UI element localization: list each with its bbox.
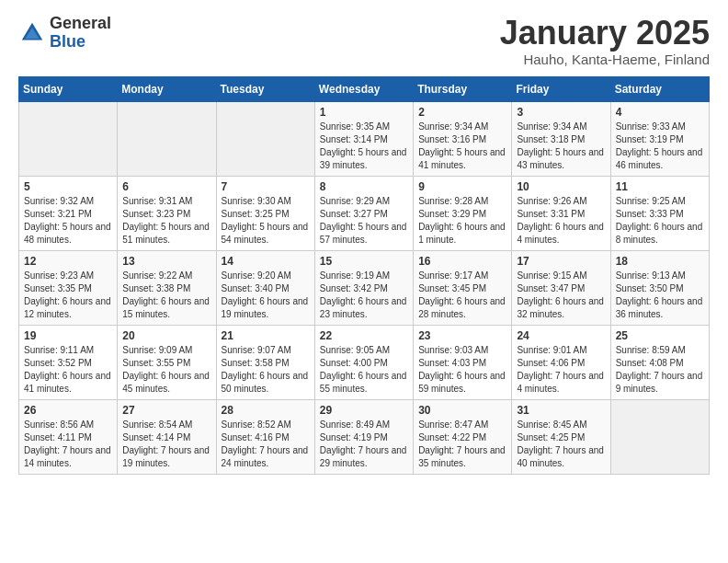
- day-number: 25: [616, 329, 704, 342]
- logo-icon: [18, 19, 46, 47]
- day-cell: 4Sunrise: 9:33 AM Sunset: 3:19 PM Daylig…: [610, 101, 709, 176]
- day-cell: 13Sunrise: 9:22 AM Sunset: 3:38 PM Dayli…: [118, 250, 216, 325]
- week-row-5: 26Sunrise: 8:56 AM Sunset: 4:11 PM Dayli…: [19, 399, 710, 474]
- day-cell: [216, 101, 314, 176]
- day-info: Sunrise: 9:09 AM Sunset: 3:55 PM Dayligh…: [122, 344, 210, 396]
- calendar-table: SundayMondayTuesdayWednesdayThursdayFrid…: [18, 76, 710, 475]
- day-info: Sunrise: 9:17 AM Sunset: 3:45 PM Dayligh…: [418, 270, 506, 321]
- day-info: Sunrise: 9:22 AM Sunset: 3:38 PM Dayligh…: [122, 270, 210, 321]
- weekday-header-monday: Monday: [118, 76, 216, 101]
- day-cell: 19Sunrise: 9:11 AM Sunset: 3:52 PM Dayli…: [19, 325, 118, 399]
- day-number: 28: [222, 404, 310, 417]
- month-title: January 2025: [500, 15, 710, 52]
- weekday-header-saturday: Saturday: [610, 76, 709, 101]
- day-info: Sunrise: 9:33 AM Sunset: 3:19 PM Dayligh…: [616, 121, 704, 172]
- day-info: Sunrise: 9:19 AM Sunset: 3:42 PM Dayligh…: [320, 270, 408, 321]
- day-info: Sunrise: 8:49 AM Sunset: 4:19 PM Dayligh…: [320, 419, 408, 470]
- day-cell: 24Sunrise: 9:01 AM Sunset: 4:06 PM Dayli…: [512, 325, 610, 399]
- day-info: Sunrise: 9:29 AM Sunset: 3:27 PM Dayligh…: [320, 195, 408, 247]
- day-number: 20: [122, 329, 210, 342]
- logo-blue-text: Blue: [50, 32, 85, 51]
- week-row-3: 12Sunrise: 9:23 AM Sunset: 3:35 PM Dayli…: [19, 250, 710, 325]
- day-cell: 22Sunrise: 9:05 AM Sunset: 4:00 PM Dayli…: [314, 325, 413, 399]
- day-info: Sunrise: 8:54 AM Sunset: 4:14 PM Dayligh…: [122, 419, 210, 470]
- day-info: Sunrise: 8:56 AM Sunset: 4:11 PM Dayligh…: [24, 419, 112, 470]
- day-cell: 21Sunrise: 9:07 AM Sunset: 3:58 PM Dayli…: [216, 325, 314, 399]
- day-info: Sunrise: 9:03 AM Sunset: 4:03 PM Dayligh…: [418, 344, 506, 396]
- day-cell: [610, 399, 709, 474]
- day-number: 11: [616, 180, 704, 193]
- day-cell: 9Sunrise: 9:28 AM Sunset: 3:29 PM Daylig…: [414, 176, 512, 250]
- day-info: Sunrise: 9:28 AM Sunset: 3:29 PM Dayligh…: [418, 195, 506, 247]
- day-cell: 10Sunrise: 9:26 AM Sunset: 3:31 PM Dayli…: [512, 176, 610, 250]
- day-cell: 16Sunrise: 9:17 AM Sunset: 3:45 PM Dayli…: [414, 250, 512, 325]
- day-number: 29: [320, 404, 408, 417]
- day-cell: 28Sunrise: 8:52 AM Sunset: 4:16 PM Dayli…: [216, 399, 314, 474]
- day-cell: 27Sunrise: 8:54 AM Sunset: 4:14 PM Dayli…: [118, 399, 216, 474]
- day-info: Sunrise: 8:59 AM Sunset: 4:08 PM Dayligh…: [616, 344, 704, 396]
- day-cell: 11Sunrise: 9:25 AM Sunset: 3:33 PM Dayli…: [610, 176, 709, 250]
- day-number: 16: [418, 255, 506, 268]
- day-info: Sunrise: 9:13 AM Sunset: 3:50 PM Dayligh…: [616, 270, 704, 321]
- week-row-2: 5Sunrise: 9:32 AM Sunset: 3:21 PM Daylig…: [19, 176, 710, 250]
- weekday-header-friday: Friday: [512, 76, 610, 101]
- day-cell: 12Sunrise: 9:23 AM Sunset: 3:35 PM Dayli…: [19, 250, 118, 325]
- day-cell: 5Sunrise: 9:32 AM Sunset: 3:21 PM Daylig…: [19, 176, 118, 250]
- day-number: 22: [320, 329, 408, 342]
- day-number: 8: [320, 180, 408, 193]
- title-block: January 2025 Hauho, Kanta-Haeme, Finland: [500, 15, 710, 67]
- day-info: Sunrise: 9:34 AM Sunset: 3:16 PM Dayligh…: [418, 121, 506, 172]
- day-number: 7: [222, 180, 310, 193]
- day-cell: [118, 101, 216, 176]
- day-number: 2: [418, 106, 506, 119]
- day-info: Sunrise: 9:11 AM Sunset: 3:52 PM Dayligh…: [24, 344, 112, 396]
- day-cell: 7Sunrise: 9:30 AM Sunset: 3:25 PM Daylig…: [216, 176, 314, 250]
- day-cell: 15Sunrise: 9:19 AM Sunset: 3:42 PM Dayli…: [314, 250, 413, 325]
- day-info: Sunrise: 9:32 AM Sunset: 3:21 PM Dayligh…: [24, 195, 112, 247]
- day-info: Sunrise: 9:25 AM Sunset: 3:33 PM Dayligh…: [616, 195, 704, 247]
- day-info: Sunrise: 9:30 AM Sunset: 3:25 PM Dayligh…: [222, 195, 310, 247]
- weekday-header-sunday: Sunday: [19, 76, 118, 101]
- day-number: 26: [24, 404, 112, 417]
- day-number: 1: [320, 106, 408, 119]
- weekday-header-thursday: Thursday: [414, 76, 512, 101]
- day-info: Sunrise: 9:01 AM Sunset: 4:06 PM Dayligh…: [517, 344, 605, 396]
- day-number: 3: [517, 106, 605, 119]
- day-cell: 29Sunrise: 8:49 AM Sunset: 4:19 PM Dayli…: [314, 399, 413, 474]
- day-cell: 18Sunrise: 9:13 AM Sunset: 3:50 PM Dayli…: [610, 250, 709, 325]
- day-number: 10: [517, 180, 605, 193]
- week-row-1: 1Sunrise: 9:35 AM Sunset: 3:14 PM Daylig…: [19, 101, 710, 176]
- day-number: 5: [24, 180, 112, 193]
- logo: General Blue: [18, 15, 111, 52]
- day-info: Sunrise: 8:45 AM Sunset: 4:25 PM Dayligh…: [517, 419, 605, 470]
- day-info: Sunrise: 9:07 AM Sunset: 3:58 PM Dayligh…: [222, 344, 310, 396]
- day-info: Sunrise: 9:35 AM Sunset: 3:14 PM Dayligh…: [320, 121, 408, 172]
- day-cell: 6Sunrise: 9:31 AM Sunset: 3:23 PM Daylig…: [118, 176, 216, 250]
- location: Hauho, Kanta-Haeme, Finland: [500, 52, 710, 67]
- day-cell: 20Sunrise: 9:09 AM Sunset: 3:55 PM Dayli…: [118, 325, 216, 399]
- logo-general-text: General: [50, 14, 111, 32]
- day-cell: 17Sunrise: 9:15 AM Sunset: 3:47 PM Dayli…: [512, 250, 610, 325]
- day-cell: 3Sunrise: 9:34 AM Sunset: 3:18 PM Daylig…: [512, 101, 610, 176]
- day-number: 14: [222, 255, 310, 268]
- weekday-header-wednesday: Wednesday: [314, 76, 413, 101]
- day-number: 6: [122, 180, 210, 193]
- day-number: 21: [222, 329, 310, 342]
- day-number: 24: [517, 329, 605, 342]
- day-info: Sunrise: 9:23 AM Sunset: 3:35 PM Dayligh…: [24, 270, 112, 321]
- day-info: Sunrise: 9:31 AM Sunset: 3:23 PM Dayligh…: [122, 195, 210, 247]
- day-info: Sunrise: 9:05 AM Sunset: 4:00 PM Dayligh…: [320, 344, 408, 396]
- day-number: 9: [418, 180, 506, 193]
- day-cell: [19, 101, 118, 176]
- day-cell: 31Sunrise: 8:45 AM Sunset: 4:25 PM Dayli…: [512, 399, 610, 474]
- day-number: 13: [122, 255, 210, 268]
- day-info: Sunrise: 9:15 AM Sunset: 3:47 PM Dayligh…: [517, 270, 605, 321]
- day-info: Sunrise: 9:34 AM Sunset: 3:18 PM Dayligh…: [517, 121, 605, 172]
- day-cell: 14Sunrise: 9:20 AM Sunset: 3:40 PM Dayli…: [216, 250, 314, 325]
- week-row-4: 19Sunrise: 9:11 AM Sunset: 3:52 PM Dayli…: [19, 325, 710, 399]
- day-number: 12: [24, 255, 112, 268]
- day-cell: 2Sunrise: 9:34 AM Sunset: 3:16 PM Daylig…: [414, 101, 512, 176]
- day-cell: 1Sunrise: 9:35 AM Sunset: 3:14 PM Daylig…: [314, 101, 413, 176]
- day-info: Sunrise: 9:20 AM Sunset: 3:40 PM Dayligh…: [222, 270, 310, 321]
- day-number: 30: [418, 404, 506, 417]
